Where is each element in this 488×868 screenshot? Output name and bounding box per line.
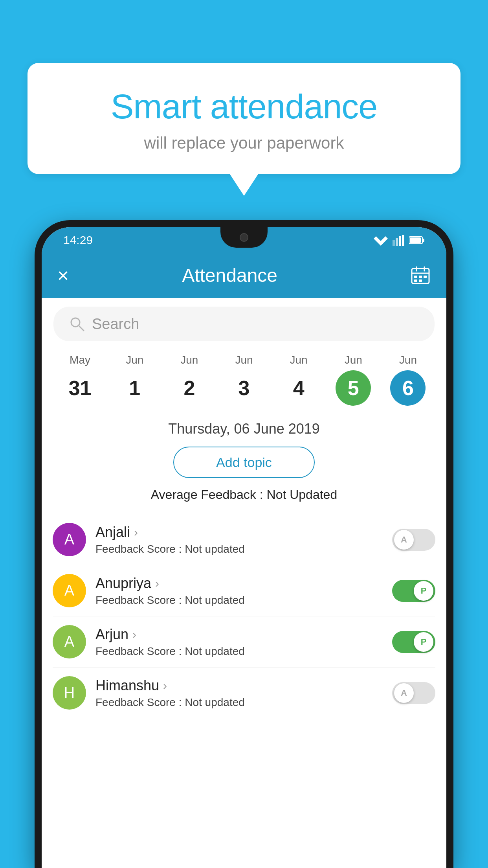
phone-screen: 14:29 — [42, 227, 446, 868]
svg-rect-1 — [393, 240, 395, 246]
cal-day-number: 31 — [62, 370, 98, 406]
calendar-day[interactable]: Jun5 — [326, 350, 381, 410]
wifi-icon — [374, 235, 388, 246]
chevron-right-icon: › — [155, 577, 159, 590]
app-bar: × Attendance — [42, 253, 446, 298]
status-icons — [374, 235, 425, 246]
student-feedback: Feedback Score : Not updated — [95, 696, 383, 709]
attendance-toggle[interactable]: P — [392, 580, 435, 602]
selected-date: Thursday, 06 June 2019 — [42, 421, 446, 437]
svg-marker-0 — [374, 236, 388, 246]
student-info: Anjali›Feedback Score : Not updated — [95, 524, 383, 555]
status-time: 14:29 — [63, 234, 93, 247]
svg-rect-2 — [396, 238, 398, 246]
attendance-toggle[interactable]: A — [392, 682, 435, 704]
search-input[interactable]: Search — [92, 316, 419, 333]
chevron-right-icon: › — [163, 679, 167, 692]
cal-month-label: May — [70, 354, 90, 366]
student-info: Anupriya›Feedback Score : Not updated — [95, 575, 383, 607]
cal-month-label: Jun — [180, 354, 198, 366]
svg-rect-16 — [419, 280, 422, 282]
cal-month-label: Jun — [126, 354, 143, 366]
cal-day-number: 5 — [336, 370, 371, 406]
student-name: Anupriya› — [95, 575, 383, 592]
svg-rect-4 — [402, 235, 404, 246]
search-icon — [69, 316, 85, 332]
student-name: Anjali› — [95, 524, 383, 541]
student-name-text: Himanshu — [95, 677, 159, 694]
add-topic-button[interactable]: Add topic — [173, 447, 315, 478]
student-feedback: Feedback Score : Not updated — [95, 543, 383, 555]
calendar-day[interactable]: May31 — [53, 350, 107, 410]
student-feedback: Feedback Score : Not updated — [95, 645, 383, 658]
cal-day-number: 4 — [281, 370, 316, 406]
app-bar-title: Attendance — [81, 265, 379, 286]
svg-rect-14 — [424, 276, 427, 278]
front-camera — [240, 233, 248, 242]
speech-bubble: Smart attendance will replace your paper… — [28, 63, 460, 174]
calendar-day[interactable]: Jun2 — [162, 350, 216, 410]
calendar-icon[interactable] — [410, 265, 431, 286]
student-info: Himanshu›Feedback Score : Not updated — [95, 677, 383, 709]
cal-month-label: Jun — [290, 354, 308, 366]
toggle-knob: A — [394, 530, 414, 550]
student-avatar: A — [53, 523, 86, 556]
close-button[interactable]: × — [57, 264, 69, 287]
toggle-knob: A — [394, 683, 414, 703]
search-bar[interactable]: Search — [53, 307, 435, 341]
cal-day-number: 2 — [172, 370, 207, 406]
student-name-text: Anjali — [95, 524, 130, 541]
calendar-day[interactable]: Jun3 — [216, 350, 271, 410]
cal-day-number: 6 — [390, 370, 426, 406]
student-item[interactable]: HHimanshu›Feedback Score : Not updatedA — [53, 667, 435, 718]
student-name-text: Anupriya — [95, 575, 151, 592]
svg-rect-3 — [399, 236, 401, 246]
avg-feedback-label: Average Feedback : — [151, 487, 263, 502]
cal-day-number: 1 — [117, 370, 152, 406]
calendar-day[interactable]: Jun6 — [381, 350, 435, 410]
calendar-strip: May31Jun1Jun2Jun3Jun4Jun5Jun6 — [42, 350, 446, 410]
cal-day-number: 3 — [226, 370, 262, 406]
student-avatar: A — [53, 574, 86, 607]
student-avatar: A — [53, 625, 86, 658]
attendance-toggle[interactable]: P — [392, 631, 435, 653]
student-avatar: H — [53, 676, 86, 710]
battery-icon — [409, 236, 425, 245]
avg-feedback-value: Not Updated — [267, 487, 338, 502]
avg-feedback: Average Feedback : Not Updated — [42, 487, 446, 502]
calendar-day[interactable]: Jun1 — [107, 350, 162, 410]
cal-month-label: Jun — [345, 354, 362, 366]
svg-rect-13 — [419, 276, 422, 278]
student-name: Himanshu› — [95, 677, 383, 694]
chevron-right-icon: › — [134, 526, 138, 539]
chevron-right-icon: › — [132, 628, 136, 641]
student-name-text: Arjun — [95, 626, 128, 643]
student-info: Arjun›Feedback Score : Not updated — [95, 626, 383, 658]
svg-rect-7 — [410, 237, 421, 243]
bubble-subtitle: will replace your paperwork — [59, 134, 429, 153]
student-item[interactable]: AAnjali›Feedback Score : Not updatedA — [53, 514, 435, 565]
svg-rect-6 — [422, 239, 424, 242]
student-item[interactable]: AAnupriya›Feedback Score : Not updatedP — [53, 565, 435, 616]
phone-frame: 14:29 — [35, 220, 453, 868]
toggle-knob: P — [414, 632, 433, 652]
svg-rect-15 — [414, 280, 417, 282]
signal-icon — [393, 235, 404, 246]
toggle-knob: P — [414, 581, 433, 601]
svg-line-18 — [79, 326, 84, 331]
calendar-day[interactable]: Jun4 — [272, 350, 326, 410]
attendance-toggle[interactable]: A — [392, 529, 435, 551]
cal-month-label: Jun — [399, 354, 417, 366]
svg-rect-12 — [414, 276, 417, 278]
student-item[interactable]: AArjun›Feedback Score : Not updatedP — [53, 616, 435, 667]
student-feedback: Feedback Score : Not updated — [95, 594, 383, 607]
student-list: AAnjali›Feedback Score : Not updatedAAAn… — [42, 514, 446, 718]
student-name: Arjun› — [95, 626, 383, 643]
cal-month-label: Jun — [235, 354, 253, 366]
notch — [220, 227, 268, 248]
bubble-title: Smart attendance — [59, 86, 429, 127]
